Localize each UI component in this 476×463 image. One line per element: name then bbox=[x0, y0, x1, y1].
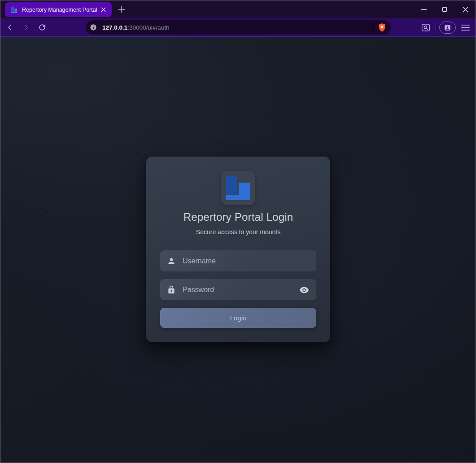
url-path: :30000/ui#/auth bbox=[127, 24, 169, 31]
url-text: 127.0.0.1:30000/ui#/auth bbox=[102, 24, 371, 31]
window-maximize-button[interactable] bbox=[434, 0, 455, 18]
forward-arrow-icon bbox=[22, 23, 30, 31]
plus-icon bbox=[118, 6, 125, 13]
reload-icon bbox=[38, 23, 47, 32]
profile-button[interactable] bbox=[439, 22, 456, 34]
lock-icon bbox=[167, 285, 176, 294]
close-icon bbox=[463, 7, 468, 13]
urlbar-divider bbox=[373, 23, 373, 31]
maximize-icon bbox=[442, 7, 447, 12]
forward-button[interactable] bbox=[19, 21, 33, 34]
reload-button[interactable] bbox=[35, 21, 49, 34]
toolbar-right bbox=[416, 18, 472, 36]
password-field-container bbox=[160, 279, 316, 300]
username-input[interactable] bbox=[183, 257, 310, 265]
login-button[interactable]: Login bbox=[160, 308, 316, 328]
profile-badge-icon bbox=[444, 24, 451, 31]
minimize-icon bbox=[421, 9, 427, 10]
window-close-button[interactable] bbox=[455, 0, 476, 18]
hamburger-menu-icon bbox=[461, 24, 470, 31]
brave-shield-icon[interactable] bbox=[378, 23, 386, 32]
tab-close-icon[interactable] bbox=[99, 6, 107, 14]
password-input[interactable] bbox=[183, 286, 298, 294]
back-arrow-icon bbox=[6, 23, 14, 31]
toggle-password-visibility-button[interactable] bbox=[298, 284, 310, 296]
login-card: Repertory Portal Login Secure access to … bbox=[146, 157, 330, 342]
visibility-eye-icon bbox=[299, 285, 309, 295]
repertory-logo-icon bbox=[226, 176, 250, 200]
window-minimize-button[interactable] bbox=[414, 0, 434, 18]
tab-bar: Repertory Management Portal bbox=[0, 0, 476, 18]
person-icon bbox=[167, 257, 176, 266]
browser-window: Repertory Management Portal bbox=[0, 0, 476, 463]
menu-button[interactable] bbox=[459, 21, 472, 34]
site-info-icon[interactable] bbox=[90, 24, 97, 31]
navigation-bar: 127.0.0.1:30000/ui#/auth bbox=[0, 18, 476, 36]
page-title: Repertory Portal Login bbox=[183, 211, 293, 223]
url-host: 127.0.0.1 bbox=[102, 24, 127, 31]
repertory-logo bbox=[221, 171, 255, 205]
address-bar[interactable]: 127.0.0.1:30000/ui#/auth bbox=[86, 20, 391, 35]
tab-title: Repertory Management Portal bbox=[22, 7, 97, 13]
new-tab-button[interactable] bbox=[115, 3, 128, 16]
sidebar-search-icon bbox=[421, 23, 430, 32]
page-subtitle: Secure access to your mounts bbox=[196, 228, 280, 236]
page-content: Repertory Portal Login Secure access to … bbox=[0, 37, 476, 463]
username-field-container bbox=[160, 250, 316, 271]
repertory-logo-favicon bbox=[10, 6, 17, 13]
back-button[interactable] bbox=[3, 21, 17, 34]
toolbar-divider bbox=[436, 23, 437, 31]
sidebar-search-button[interactable] bbox=[419, 21, 432, 34]
window-controls bbox=[414, 0, 476, 18]
tab-repertory-portal[interactable]: Repertory Management Portal bbox=[5, 2, 112, 17]
